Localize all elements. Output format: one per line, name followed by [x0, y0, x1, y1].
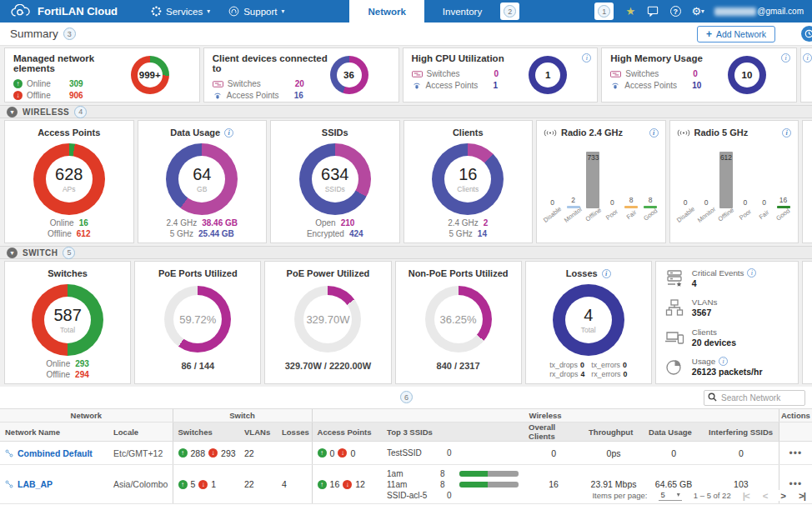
services-icon [151, 6, 162, 17]
ssids-donut[interactable]: 634SSIDs [299, 143, 371, 215]
card-managed-elements: Managed network elements ↑ Online 309 ↓ … [4, 48, 200, 102]
annotation-3: 3 [63, 28, 76, 40]
support-menu[interactable]: Support ▾ [228, 6, 284, 17]
col-access-points[interactable]: Access Points [312, 422, 382, 442]
switch-cards-row: Switches 587Total Online293 Offline294 P… [0, 259, 812, 387]
row-actions-menu[interactable]: ••• [784, 448, 808, 459]
prev-page-button[interactable]: < [763, 491, 768, 501]
access-points-cell: ↑0 ↓0 [312, 442, 382, 465]
card-losses: Losses 4Total tx_drops0 tx_errors0 rx_dr… [525, 261, 652, 384]
high-memory-donut[interactable]: 10 [728, 56, 766, 94]
card-switch-stats: Critical Events 4 VLANs 3567 [655, 261, 799, 384]
refresh-timer-icon[interactable] [799, 24, 812, 43]
vlan-topology-icon [664, 298, 684, 318]
summary-cards-row: Managed network elements ↑ Online 309 ↓ … [0, 46, 812, 105]
favorites-star-icon[interactable]: ★ [624, 6, 636, 18]
losses-donut[interactable]: 4Total [553, 284, 624, 356]
info-icon[interactable] [602, 269, 611, 278]
radio-24ghz-bar-chart: 0Disable2Monitor733Offline0Poor8Fair8Goo… [537, 144, 665, 216]
card-client-devices: Client devices connected to Switches 20 … [203, 48, 399, 102]
services-menu[interactable]: Services ▾ [151, 6, 210, 17]
card-access-points: Access Points 628APs Online16 Offline612 [4, 120, 134, 243]
card-ssids: SSIDs 634SSIDs Open210 Encrypted424 [270, 120, 400, 243]
first-page-button[interactable]: |< [743, 491, 749, 501]
search-network-input[interactable] [704, 390, 805, 406]
poe-ports-ratio: 86 / 144 [135, 361, 260, 371]
network-link[interactable]: LAB_AP [5, 479, 103, 489]
ssid-entry: SSID-acl-50 [387, 490, 519, 501]
switches-donut[interactable]: 587Total [32, 284, 103, 356]
cutoff-card-sliver [802, 120, 812, 243]
network-link[interactable]: Combined Default [5, 448, 103, 458]
info-icon[interactable] [719, 357, 728, 366]
info-icon[interactable] [224, 128, 233, 138]
collapse-switch-icon[interactable]: ▾ [7, 248, 18, 258]
col-throughput[interactable]: Throughput [584, 422, 644, 442]
col-switches[interactable]: Switches [173, 422, 239, 442]
client-devices-donut[interactable]: 36 [330, 56, 368, 94]
managed-elements-donut[interactable]: 999+ [131, 56, 169, 94]
radio-waves-icon [544, 128, 557, 138]
info-icon[interactable] [781, 53, 790, 62]
items-per-page-select[interactable]: 5 ▾ [659, 490, 681, 501]
legend-switches: Switches 0 [610, 69, 728, 78]
card-switches: Switches 587Total Online293 Offline294 [4, 261, 131, 384]
info-icon[interactable] [747, 268, 756, 278]
locale-cell: Etc/GMT+12 [108, 442, 173, 465]
col-locale[interactable]: Locale [108, 422, 173, 442]
card-high-memory: High Memory Usage Switches 0 Access Poin… [601, 48, 797, 102]
overall-clients-cell: 16 [524, 465, 584, 504]
help-icon[interactable]: ? [669, 6, 681, 18]
next-page-button[interactable]: > [780, 491, 785, 501]
clients-donut[interactable]: 16Clients [432, 143, 504, 215]
data-usage-cell: 0 [644, 442, 704, 465]
network-table-section: 6 Network Switch Wireless Actions Ne [0, 387, 812, 505]
services-label: Services [166, 7, 203, 17]
poe-power-gauge[interactable]: 329.70W [294, 286, 361, 352]
group-header-network: Network [0, 409, 173, 422]
nonpoe-ports-gauge[interactable]: 36.25% [425, 286, 492, 352]
redacted-username [714, 8, 756, 16]
col-losses[interactable]: Losses [277, 422, 312, 442]
legend-access-points: Access Points 1 [412, 81, 529, 90]
up-icon: ↑ [178, 448, 188, 458]
online-up-icon: ↑ [13, 79, 23, 88]
info-icon[interactable] [803, 53, 812, 62]
switch-icon [610, 71, 621, 78]
poe-ports-gauge[interactable]: 59.72% [164, 286, 231, 352]
user-account[interactable]: @gmail.com [714, 7, 804, 16]
feedback-chat-icon[interactable] [647, 6, 659, 18]
col-overall-clients[interactable]: Overall Clients [524, 422, 584, 442]
info-icon[interactable] [649, 128, 659, 138]
cutoff-card-sliver [800, 48, 812, 102]
cutoff-card-sliver [802, 261, 812, 384]
settings-gear-icon[interactable]: ⚙▾ [692, 6, 704, 18]
switches-cell: ↑5 ↓1 [173, 465, 239, 504]
access-points-donut[interactable]: 628APs [33, 143, 105, 215]
pie-chart-icon [664, 357, 684, 377]
legend-online: ↑ Online 309 [13, 79, 131, 88]
card-nonpoe-ports: Non-PoE Ports Utilized 36.25% 840 / 2317 [395, 261, 522, 384]
add-network-button[interactable]: + Add Network [697, 26, 775, 42]
tab-network[interactable]: Network [349, 0, 424, 22]
last-page-button[interactable]: >| [799, 491, 805, 501]
col-data-usage[interactable]: Data Usage [644, 422, 704, 442]
col-top-ssids[interactable]: Top 3 SSIDs [382, 422, 524, 442]
info-icon[interactable] [782, 128, 791, 138]
access-point-icon [412, 81, 422, 90]
col-vlans[interactable]: VLANs [239, 422, 277, 442]
row-actions-menu[interactable]: ••• [784, 478, 808, 490]
nonpoe-ports-ratio: 840 / 2317 [396, 361, 521, 371]
info-icon[interactable] [582, 53, 591, 62]
col-interfering-ssids[interactable]: Interfering SSIDs [704, 422, 779, 442]
items-per-page-label: Items per page: [592, 491, 647, 500]
collapse-wireless-icon[interactable]: ▾ [7, 107, 18, 118]
data-usage-donut[interactable]: 64GB [166, 143, 238, 215]
high-cpu-donut[interactable]: 1 [529, 56, 567, 94]
group-header-wireless: Wireless [312, 409, 779, 422]
switches-cell: ↑288 ↓293 [173, 442, 239, 465]
tab-inventory[interactable]: Inventory [424, 0, 500, 22]
email-domain: @gmail.com [757, 7, 804, 16]
col-network-name[interactable]: Network Name [0, 422, 108, 442]
brand-logo[interactable]: FortiLAN Cloud [0, 4, 118, 18]
